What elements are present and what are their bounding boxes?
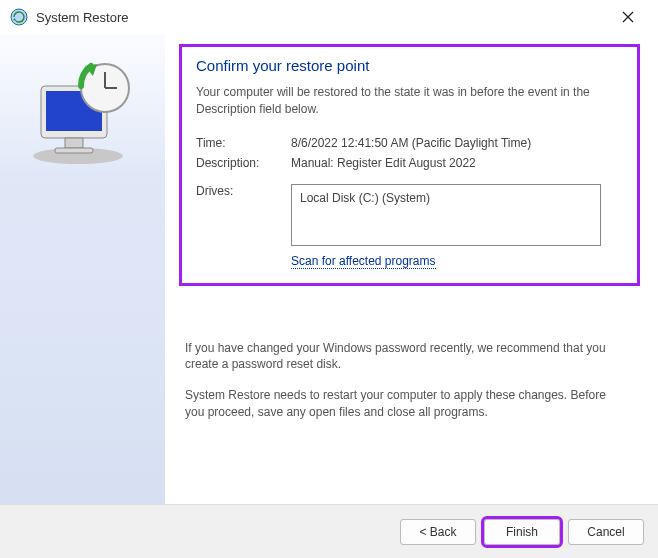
body: Confirm your restore point Your computer… (0, 34, 658, 504)
page-heading: Confirm your restore point (196, 57, 623, 74)
confirm-highlight-box: Confirm your restore point Your computer… (179, 44, 640, 286)
right-pane: Confirm your restore point Your computer… (165, 34, 658, 504)
description-row: Description: Manual: Register Edit Augus… (196, 156, 623, 170)
left-pane (0, 34, 165, 504)
svg-rect-7 (65, 138, 83, 148)
drives-label: Drives: (196, 184, 291, 246)
restore-illustration-icon (23, 58, 143, 168)
cancel-button[interactable]: Cancel (568, 519, 644, 545)
time-value: 8/6/2022 12:41:50 AM (Pacific Daylight T… (291, 136, 531, 150)
time-row: Time: 8/6/2022 12:41:50 AM (Pacific Dayl… (196, 136, 623, 150)
titlebar: System Restore (0, 0, 658, 34)
scan-affected-programs-link[interactable]: Scan for affected programs (291, 254, 436, 269)
notes: If you have changed your Windows passwor… (179, 340, 640, 421)
close-button[interactable] (608, 3, 648, 31)
drives-listbox[interactable]: Local Disk (C:) (System) (291, 184, 601, 246)
description-text: Your computer will be restored to the st… (196, 84, 623, 118)
description-value: Manual: Register Edit August 2022 (291, 156, 476, 170)
description-label: Description: (196, 156, 291, 170)
system-restore-icon (10, 8, 28, 26)
restart-note: System Restore needs to restart your com… (185, 387, 622, 421)
finish-button[interactable]: Finish (484, 519, 560, 545)
drives-row: Drives: Local Disk (C:) (System) (196, 184, 623, 246)
titlebar-left: System Restore (10, 8, 128, 26)
footer: < Back Finish Cancel (0, 504, 658, 558)
title-text: System Restore (36, 10, 128, 25)
back-button[interactable]: < Back (400, 519, 476, 545)
time-label: Time: (196, 136, 291, 150)
svg-rect-8 (55, 148, 93, 153)
password-note: If you have changed your Windows passwor… (185, 340, 622, 374)
drive-item: Local Disk (C:) (System) (300, 191, 592, 205)
